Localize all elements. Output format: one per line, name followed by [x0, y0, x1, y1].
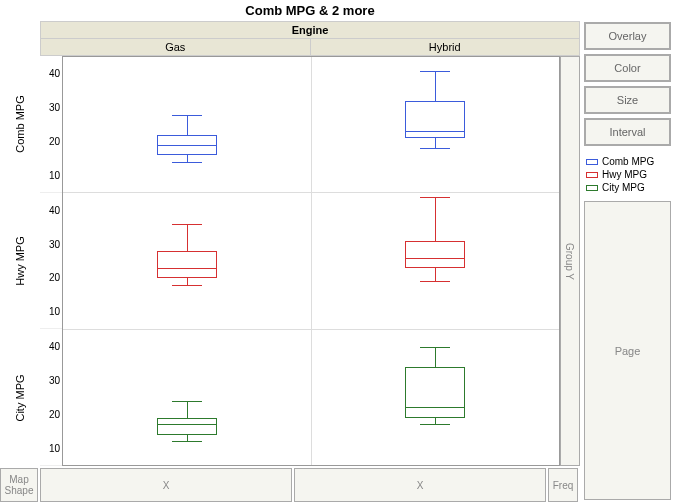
legend-sym-comb — [586, 158, 598, 166]
plot-cell[interactable] — [312, 330, 560, 465]
legend-sym-city — [586, 184, 598, 192]
plot-cell[interactable] — [63, 57, 312, 192]
legend-sym-hwy — [586, 171, 598, 179]
interval-button[interactable]: Interval — [584, 118, 671, 146]
plot-cell[interactable] — [63, 330, 312, 465]
color-button[interactable]: Color — [584, 54, 671, 82]
freq-dropzone[interactable]: Freq — [548, 468, 578, 502]
col-header-gas: Gas — [41, 39, 311, 55]
row-label-city: City MPG — [14, 374, 26, 421]
row-label-comb: Comb MPG — [14, 96, 26, 153]
chart-title: Comb MPG & 2 more — [40, 0, 580, 21]
row-label-hwy: Hwy MPG — [14, 236, 26, 286]
overlay-button[interactable]: Overlay — [584, 22, 671, 50]
y-axis-ticks: 102030401020304010203040 — [40, 56, 62, 466]
plot-cell[interactable] — [312, 193, 560, 328]
plot-cell[interactable] — [312, 57, 560, 192]
group-y-dropzone[interactable]: Group Y — [560, 56, 580, 466]
x-dropzone-2[interactable]: X — [294, 468, 546, 502]
column-group-header: Engine — [40, 21, 580, 39]
page-dropzone[interactable]: Page — [584, 201, 671, 500]
size-button[interactable]: Size — [584, 86, 671, 114]
plot-grid[interactable] — [62, 56, 560, 466]
plot-cell[interactable] — [63, 193, 312, 328]
row-facet-labels: Comb MPG Hwy MPG City MPG — [0, 56, 40, 466]
x-dropzone-1[interactable]: X — [40, 468, 292, 502]
legend: Comb MPG Hwy MPG City MPG — [584, 154, 671, 197]
map-shape-dropzone[interactable]: Map Shape — [0, 468, 38, 502]
col-header-hybrid: Hybrid — [311, 39, 580, 55]
column-headers: Gas Hybrid — [40, 39, 580, 56]
